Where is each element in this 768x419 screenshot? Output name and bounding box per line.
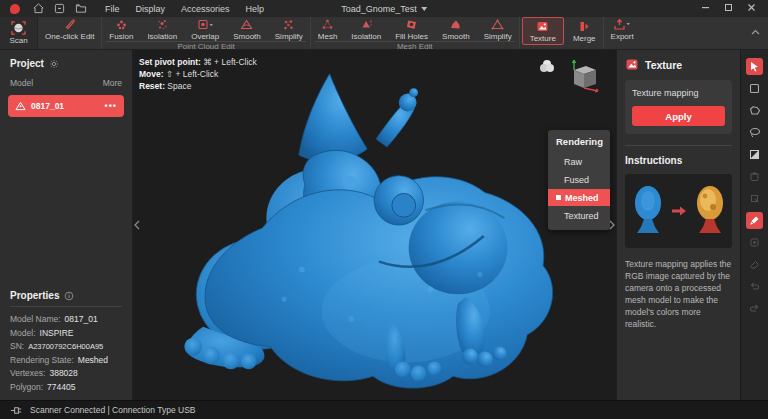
document-title-text: Toad_Gnome_Test <box>341 4 417 14</box>
smooth-icon <box>240 18 253 31</box>
status-bar: Scanner Connected | Connection Type USB <box>0 400 768 419</box>
mesh-isolation-icon <box>360 18 373 31</box>
home-icon[interactable] <box>32 2 45 15</box>
chevron-down-icon <box>421 7 427 11</box>
chevron-down-icon <box>627 23 631 25</box>
rectangle-select-button[interactable] <box>746 80 763 97</box>
fusion-button[interactable]: Fusion <box>102 17 140 41</box>
pc-simplify-button[interactable]: Simplify <box>268 17 310 41</box>
polygon-select-button[interactable] <box>746 102 763 119</box>
delete-icon <box>749 171 760 182</box>
export-button[interactable]: Export <box>604 17 641 41</box>
isolation-icon <box>156 18 169 31</box>
viewport-3d[interactable]: Set pivot point: ⌘ + Left-Click Move: ⇧ … <box>133 50 616 400</box>
one-click-edit-icon <box>63 18 76 31</box>
lasso-select-icon <box>749 127 761 138</box>
texture-mapping-label: Texture mapping <box>632 88 725 98</box>
properties-section: Properties Model Name:0817_01 Model:INSP… <box>0 290 132 394</box>
model-list-item[interactable]: 0817_01 ••• <box>8 95 124 117</box>
fusion-icon <box>115 18 128 31</box>
overlap-button[interactable]: Overlap <box>184 17 226 41</box>
instructions-description: Texture mapping applies the RGB image ca… <box>625 258 732 330</box>
selection-tool-strip <box>740 50 768 400</box>
title-bar: File Display Accessories Help Toad_Gnome… <box>0 0 768 17</box>
mesh-smooth-button[interactable]: Smooth <box>435 17 477 41</box>
gear-icon[interactable] <box>49 59 59 69</box>
new-project-icon[interactable] <box>53 2 66 15</box>
lasso-select-button[interactable] <box>746 124 763 141</box>
close-button[interactable] <box>747 3 756 14</box>
fill-holes-icon <box>405 18 418 31</box>
mesh-button[interactable]: Mesh <box>311 17 345 41</box>
model-3d-toad-gnome[interactable] <box>171 62 591 398</box>
textured-model-thumbnail <box>693 183 727 239</box>
app-window: File Display Accessories Help Toad_Gnome… <box>0 0 768 419</box>
rendering-panel-title: Rendering <box>548 135 610 152</box>
mesh-icon <box>321 18 334 31</box>
scan-icon <box>11 21 26 35</box>
property-row: Rendering State:Meshed <box>10 354 122 368</box>
rendering-option-textured[interactable]: Textured <box>548 207 610 224</box>
export-icon <box>613 18 631 31</box>
pc-smooth-button[interactable]: Smooth <box>226 17 268 41</box>
model-item-more-button[interactable]: ••• <box>105 101 117 111</box>
selected-bullet-icon <box>556 195 561 200</box>
info-icon[interactable] <box>64 291 74 301</box>
chevron-up-icon <box>751 29 760 35</box>
undo-button <box>746 278 763 295</box>
instructions-illustration <box>625 174 732 248</box>
instructions-title: Instructions <box>625 155 732 166</box>
mesh-model-thumbnail <box>631 183 665 239</box>
maximize-button[interactable] <box>724 3 733 14</box>
minimize-button[interactable] <box>701 3 710 14</box>
undo-icon <box>749 281 760 292</box>
merge-button[interactable]: Merge <box>566 17 603 45</box>
rendering-panel: Rendering Raw Fused Meshed Textured <box>548 130 610 230</box>
property-row: Polygon:774405 <box>10 381 122 395</box>
scan-button[interactable]: Scan <box>0 17 38 49</box>
chevron-left-icon <box>134 220 140 230</box>
eraser-tool-button <box>746 256 763 273</box>
model-item-name: 0817_01 <box>31 101 64 111</box>
simplify-icon <box>282 18 295 31</box>
delete-selection-button <box>746 168 763 185</box>
apply-button[interactable]: Apply <box>632 106 725 126</box>
light-sphere-icon[interactable] <box>538 58 556 74</box>
menu-accessories[interactable]: Accessories <box>181 4 230 14</box>
fill-icon <box>749 237 760 248</box>
collapse-left-panel-button[interactable] <box>134 216 140 234</box>
merge-icon <box>578 20 591 33</box>
one-click-edit-button[interactable]: One-click Edit <box>38 17 101 41</box>
navigation-cube[interactable] <box>566 58 602 94</box>
menu-help[interactable]: Help <box>246 4 265 14</box>
pc-isolation-button[interactable]: Isolation <box>140 17 184 41</box>
point-cloud-edit-group: Fusion Isolation Overlap <box>102 17 310 49</box>
crop-icon <box>749 193 760 204</box>
mesh-isolation-button[interactable]: Isolation <box>344 17 388 41</box>
collapse-right-panel-button[interactable] <box>609 216 615 234</box>
menu-display[interactable]: Display <box>136 4 166 14</box>
select-tool-button[interactable] <box>746 58 763 75</box>
collapse-toolbar-button[interactable] <box>748 25 762 39</box>
rendering-option-raw[interactable]: Raw <box>548 153 610 170</box>
more-button[interactable]: More <box>103 78 122 88</box>
rendering-option-meshed[interactable]: Meshed <box>548 189 610 206</box>
scan-label: Scan <box>9 36 27 45</box>
menu-file[interactable]: File <box>105 4 120 14</box>
usb-connection-icon <box>10 405 23 416</box>
crop-tool-button <box>746 190 763 207</box>
brush-icon <box>749 215 760 226</box>
texture-button[interactable]: Texture <box>522 17 564 45</box>
chevron-right-icon <box>609 220 615 230</box>
open-folder-icon[interactable] <box>74 2 87 15</box>
texture-brush-button[interactable] <box>746 212 763 229</box>
export-group: Export <box>604 17 641 49</box>
invert-select-button[interactable] <box>746 146 763 163</box>
project-panel: Project Model More 0817_01 ••• <box>0 50 133 400</box>
fill-holes-button[interactable]: Fill Holes <box>388 17 435 41</box>
document-title[interactable]: Toad_Gnome_Test <box>341 4 427 14</box>
ribbon-toolbar: Scan One-click Edit Fusion <box>0 17 768 50</box>
property-row: Vertexes:388028 <box>10 367 122 381</box>
rendering-option-fused[interactable]: Fused <box>548 171 610 188</box>
mesh-simplify-button[interactable]: Simplify <box>477 17 519 41</box>
